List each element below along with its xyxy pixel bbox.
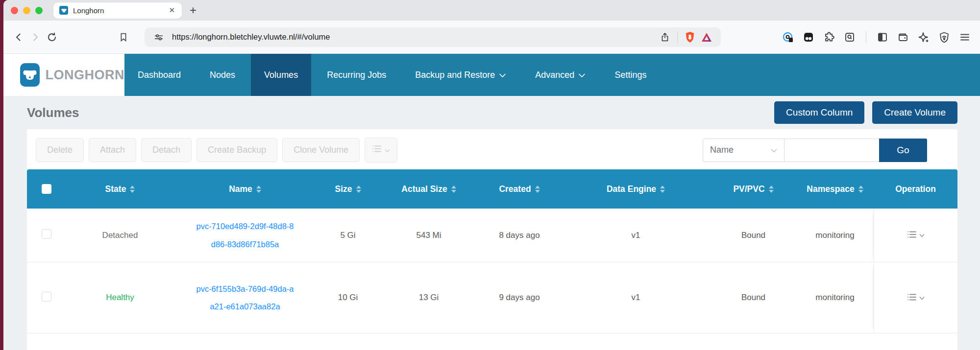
nav-item-advanced[interactable]: Advanced — [522, 54, 599, 96]
tab-close-icon[interactable]: ✕ — [168, 6, 176, 15]
sort-icon[interactable] — [769, 186, 774, 193]
sort-icon[interactable] — [858, 186, 863, 193]
state-badge: Healthy — [106, 293, 134, 302]
volume-name-link[interactable]: pvc-710ed489-2d9f-48d8-8d86-83d86f71b85a — [196, 217, 294, 253]
browser-toolbar: https://longhorn.bletchley.vluwte.nl/#/v… — [3, 21, 980, 54]
data-engine-value: v1 — [561, 293, 710, 303]
wallet-icon[interactable] — [895, 29, 911, 46]
nav-label: Nodes — [210, 70, 235, 80]
volume-operation-menu-button[interactable] — [907, 230, 925, 240]
extension-icon-dark[interactable] — [800, 29, 817, 46]
create-backup-button[interactable]: Create Backup — [196, 138, 277, 162]
nav-item-settings[interactable]: Settings — [601, 54, 660, 96]
password-manager-icon[interactable] — [780, 29, 796, 46]
column-header-state[interactable]: State — [66, 184, 174, 194]
browser-window: Longhorn ✕ + https://longhorn.bletchley.… — [3, 0, 980, 350]
sort-icon[interactable] — [356, 186, 361, 193]
column-header-operation: Operation — [874, 184, 957, 194]
page-title: Volumes — [27, 105, 79, 120]
table-row: Healthy pvc-6f155b3a-769d-49da-aa21-e61a… — [27, 262, 957, 333]
attach-button[interactable]: Attach — [89, 138, 136, 162]
browser-tab-longhorn[interactable]: Longhorn ✕ — [53, 2, 182, 19]
list-icon — [907, 293, 917, 303]
longhorn-brand[interactable]: LONGHORN — [3, 54, 124, 96]
nav-item-volumes[interactable]: Volumes — [251, 54, 311, 96]
column-header-size[interactable]: Size — [316, 184, 380, 194]
column-header-created[interactable]: Created — [478, 184, 561, 194]
namespace-value: monitoring — [796, 231, 874, 240]
detach-button[interactable]: Detach — [141, 138, 192, 162]
clone-volume-button[interactable]: Clone Volume — [282, 138, 360, 162]
chevron-down-icon — [919, 232, 925, 239]
url-bar[interactable]: https://longhorn.bletchley.vluwte.nl/#/v… — [145, 27, 721, 47]
column-header-actual-size[interactable]: Actual Size — [380, 184, 478, 194]
vpn-shield-icon[interactable] — [936, 29, 953, 46]
actual-size-value: 13 Gi — [380, 293, 478, 303]
namespace-value: monitoring — [796, 293, 874, 303]
list-icon — [372, 144, 382, 156]
column-header-name[interactable]: Name — [174, 184, 316, 194]
delete-button[interactable]: Delete — [36, 138, 84, 162]
chevron-down-icon — [385, 145, 390, 155]
column-label: Size — [335, 184, 352, 194]
toolbar-separator — [866, 31, 866, 43]
created-value: 9 days ago — [478, 293, 561, 303]
column-label: PV/PVC — [733, 184, 764, 194]
list-icon — [907, 230, 917, 240]
brave-shield-icon[interactable] — [682, 29, 698, 46]
column-header-pv-pvc[interactable]: PV/PVC — [710, 184, 796, 194]
size-value: 5 Gi — [316, 231, 380, 240]
reload-icon[interactable] — [44, 29, 60, 46]
created-value: 8 days ago — [478, 231, 561, 240]
extensions-puzzle-icon[interactable] — [821, 29, 837, 46]
url-text[interactable]: https://longhorn.bletchley.vluwte.nl/#/v… — [172, 32, 657, 42]
search-field-select[interactable]: Name — [703, 139, 784, 162]
table-row: Detached pvc-710ed489-2d9f-48d8-8d86-83d… — [27, 209, 957, 262]
chevron-down-icon — [499, 70, 506, 80]
select-all-checkbox[interactable] — [42, 184, 51, 194]
sidebar-toggle-icon[interactable] — [874, 29, 891, 46]
menu-icon[interactable] — [956, 29, 973, 46]
sort-icon[interactable] — [535, 186, 540, 193]
custom-column-button[interactable]: Custom Column — [774, 101, 864, 124]
sort-icon[interactable] — [130, 186, 135, 193]
volume-name-link[interactable]: pvc-6f155b3a-769d-49da-aa21-e61a073aa82a — [196, 280, 294, 316]
nav-item-nodes[interactable]: Nodes — [196, 54, 248, 96]
column-header-namespace[interactable]: Namespace — [796, 184, 874, 194]
sort-icon[interactable] — [660, 186, 665, 193]
share-icon[interactable] — [657, 29, 673, 46]
sort-icon[interactable] — [451, 186, 456, 193]
row-checkbox[interactable] — [42, 292, 51, 302]
pv-pvc-value: Bound — [710, 231, 796, 240]
nav-item-backup-and-restore[interactable]: Backup and Restore — [402, 54, 519, 96]
toolbar-extensions-area — [780, 29, 973, 46]
close-window-button[interactable] — [11, 7, 18, 14]
go-button[interactable]: Go — [879, 139, 927, 162]
row-checkbox[interactable] — [42, 229, 51, 239]
column-header-data-engine[interactable]: Data Engine — [561, 184, 710, 194]
site-settings-icon[interactable] — [150, 29, 167, 46]
volume-operation-menu-button[interactable] — [907, 293, 925, 303]
new-tab-button[interactable]: + — [190, 4, 196, 16]
create-volume-button[interactable]: Create Volume — [872, 101, 957, 124]
search-group: Name Go — [703, 139, 927, 162]
nav-item-dashboard[interactable]: Dashboard — [124, 54, 194, 96]
back-icon[interactable] — [10, 29, 27, 46]
minimize-window-button[interactable] — [23, 7, 30, 14]
nav-item-recurring-jobs[interactable]: Recurring Jobs — [314, 54, 399, 96]
search-input[interactable] — [784, 139, 880, 162]
forward-icon[interactable] — [27, 29, 44, 46]
longhorn-logo-icon — [20, 63, 40, 87]
chevron-down-icon — [919, 294, 925, 302]
leo-ai-icon[interactable] — [915, 29, 932, 46]
sort-icon[interactable] — [256, 186, 261, 193]
bookmark-icon[interactable] — [115, 29, 132, 46]
more-actions-dropdown-button[interactable] — [365, 138, 397, 163]
urlbar-separator — [677, 31, 678, 43]
search-panel-icon[interactable] — [841, 29, 858, 46]
table-header-row: State Name Size Actual Size Created Data… — [27, 169, 957, 209]
zoom-window-button[interactable] — [35, 7, 43, 14]
volumes-card: Delete Attach Detach Create Backup Clone… — [27, 129, 957, 350]
brave-rewards-icon[interactable] — [698, 29, 715, 46]
bulk-actions-toolbar: Delete Attach Detach Create Backup Clone… — [27, 129, 957, 169]
